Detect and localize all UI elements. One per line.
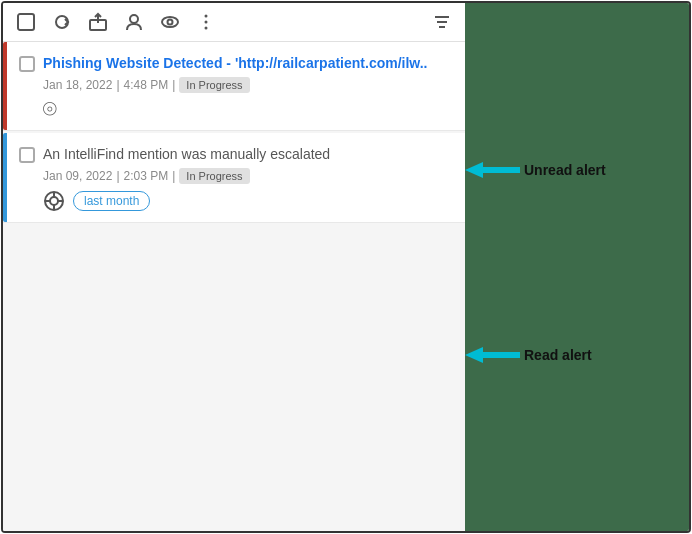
svg-rect-0 bbox=[18, 14, 34, 30]
alert-separator-3: | bbox=[116, 169, 119, 183]
unread-annotation: Unread alert bbox=[465, 158, 606, 182]
export-icon[interactable] bbox=[87, 11, 109, 33]
last-month-badge[interactable]: last month bbox=[73, 191, 150, 211]
unread-annotation-label: Unread alert bbox=[524, 162, 606, 178]
read-annotation-label: Read alert bbox=[524, 347, 592, 363]
target-icon bbox=[43, 190, 65, 212]
read-annotation: Read alert bbox=[465, 343, 592, 367]
eye-icon[interactable] bbox=[159, 11, 181, 33]
alert-item-read: An IntelliFind mention was manually esca… bbox=[3, 133, 465, 223]
alert-icon-row-read: last month bbox=[43, 190, 453, 212]
alert-checkbox-read[interactable] bbox=[19, 147, 35, 163]
svg-point-5 bbox=[205, 15, 208, 18]
svg-rect-18 bbox=[483, 167, 520, 173]
user-icon[interactable] bbox=[123, 11, 145, 33]
svg-point-12 bbox=[50, 197, 58, 205]
more-icon[interactable] bbox=[195, 11, 217, 33]
unread-border bbox=[3, 42, 7, 130]
svg-point-2 bbox=[130, 15, 138, 23]
alert-date-read: Jan 09, 2022 bbox=[43, 169, 112, 183]
alert-meta-read: Jan 09, 2022 | 2:03 PM | In Progress bbox=[43, 168, 453, 184]
alert-separator-4: | bbox=[172, 169, 175, 183]
filter-icon[interactable] bbox=[431, 11, 453, 33]
alert-icon-row-unread: ⦾ bbox=[43, 99, 453, 120]
svg-rect-20 bbox=[483, 352, 520, 358]
svg-marker-19 bbox=[465, 347, 483, 363]
annotation-panel: Unread alert Read alert bbox=[465, 3, 689, 531]
alert-date-unread: Jan 18, 2022 bbox=[43, 78, 112, 92]
hook-icon: ⦾ bbox=[43, 99, 57, 120]
alert-status-unread: In Progress bbox=[179, 77, 249, 93]
read-border bbox=[3, 133, 7, 222]
toolbar bbox=[3, 3, 465, 42]
alert-separator-2: | bbox=[172, 78, 175, 92]
alert-title-read: An IntelliFind mention was manually esca… bbox=[43, 145, 453, 164]
alert-status-read: In Progress bbox=[179, 168, 249, 184]
alert-item-unread: Phishing Website Detected - 'http://rail… bbox=[3, 42, 465, 131]
alert-title-unread: Phishing Website Detected - 'http://rail… bbox=[43, 54, 453, 73]
svg-point-4 bbox=[168, 20, 173, 25]
alert-time-read: 2:03 PM bbox=[124, 169, 169, 183]
svg-marker-17 bbox=[465, 162, 483, 178]
unread-arrow bbox=[465, 158, 520, 182]
sync-icon[interactable] bbox=[51, 11, 73, 33]
read-arrow bbox=[465, 343, 520, 367]
alert-time-unread: 4:48 PM bbox=[124, 78, 169, 92]
select-all-checkbox[interactable] bbox=[15, 11, 37, 33]
svg-point-7 bbox=[205, 27, 208, 30]
alert-meta-unread: Jan 18, 2022 | 4:48 PM | In Progress bbox=[43, 77, 453, 93]
svg-point-6 bbox=[205, 21, 208, 24]
alert-checkbox-unread[interactable] bbox=[19, 56, 35, 72]
alert-separator-1: | bbox=[116, 78, 119, 92]
